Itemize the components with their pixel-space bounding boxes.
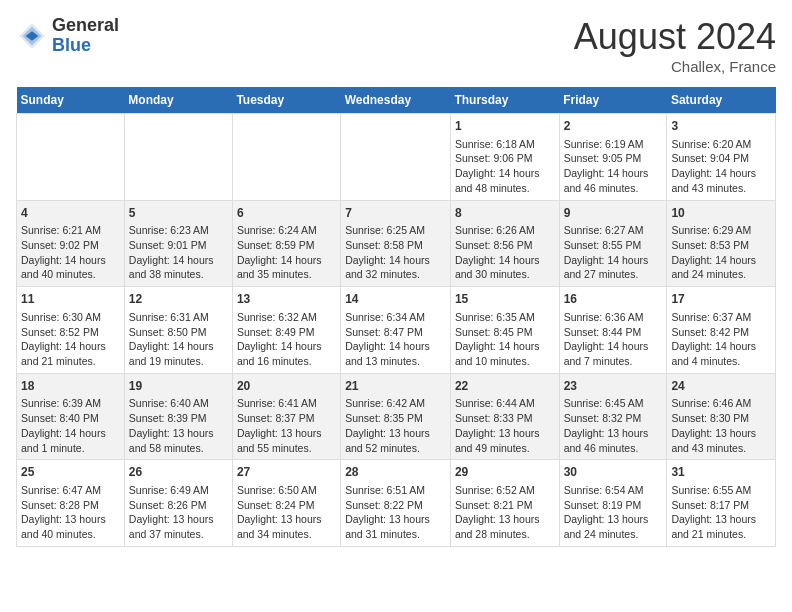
day-content: Sunset: 9:02 PM bbox=[21, 238, 120, 253]
calendar-table: SundayMondayTuesdayWednesdayThursdayFrid… bbox=[16, 87, 776, 547]
day-content: Daylight: 13 hours and 21 minutes. bbox=[671, 512, 771, 541]
day-content: Sunset: 8:58 PM bbox=[345, 238, 446, 253]
day-content: Daylight: 14 hours and 1 minute. bbox=[21, 426, 120, 455]
day-number: 6 bbox=[237, 205, 336, 222]
day-number: 30 bbox=[564, 464, 663, 481]
day-number: 17 bbox=[671, 291, 771, 308]
day-content: Daylight: 13 hours and 34 minutes. bbox=[237, 512, 336, 541]
day-content: Sunset: 8:30 PM bbox=[671, 411, 771, 426]
day-content: Sunrise: 6:25 AM bbox=[345, 223, 446, 238]
calendar-cell bbox=[17, 114, 125, 201]
day-content: Sunset: 8:52 PM bbox=[21, 325, 120, 340]
calendar-row: 4Sunrise: 6:21 AMSunset: 9:02 PMDaylight… bbox=[17, 200, 776, 287]
calendar-cell: 23Sunrise: 6:45 AMSunset: 8:32 PMDayligh… bbox=[559, 373, 667, 460]
day-content: Sunset: 8:40 PM bbox=[21, 411, 120, 426]
day-content: Sunrise: 6:46 AM bbox=[671, 396, 771, 411]
header-cell: Saturday bbox=[667, 87, 776, 114]
day-content: Sunrise: 6:32 AM bbox=[237, 310, 336, 325]
calendar-cell: 29Sunrise: 6:52 AMSunset: 8:21 PMDayligh… bbox=[450, 460, 559, 547]
day-content: Sunset: 8:50 PM bbox=[129, 325, 228, 340]
day-content: Daylight: 14 hours and 4 minutes. bbox=[671, 339, 771, 368]
day-content: Daylight: 13 hours and 24 minutes. bbox=[564, 512, 663, 541]
calendar-cell: 17Sunrise: 6:37 AMSunset: 8:42 PMDayligh… bbox=[667, 287, 776, 374]
calendar-cell: 12Sunrise: 6:31 AMSunset: 8:50 PMDayligh… bbox=[124, 287, 232, 374]
day-content: Daylight: 14 hours and 24 minutes. bbox=[671, 253, 771, 282]
day-content: Daylight: 13 hours and 31 minutes. bbox=[345, 512, 446, 541]
day-content: Sunset: 8:22 PM bbox=[345, 498, 446, 513]
day-content: Sunset: 9:05 PM bbox=[564, 151, 663, 166]
calendar-cell: 18Sunrise: 6:39 AMSunset: 8:40 PMDayligh… bbox=[17, 373, 125, 460]
day-number: 7 bbox=[345, 205, 446, 222]
day-content: Sunset: 8:17 PM bbox=[671, 498, 771, 513]
day-content: Sunrise: 6:37 AM bbox=[671, 310, 771, 325]
day-content: Sunrise: 6:21 AM bbox=[21, 223, 120, 238]
day-content: Daylight: 13 hours and 46 minutes. bbox=[564, 426, 663, 455]
calendar-cell: 28Sunrise: 6:51 AMSunset: 8:22 PMDayligh… bbox=[341, 460, 451, 547]
day-content: Daylight: 14 hours and 19 minutes. bbox=[129, 339, 228, 368]
day-number: 31 bbox=[671, 464, 771, 481]
day-content: Daylight: 13 hours and 37 minutes. bbox=[129, 512, 228, 541]
day-content: Daylight: 14 hours and 13 minutes. bbox=[345, 339, 446, 368]
calendar-cell: 5Sunrise: 6:23 AMSunset: 9:01 PMDaylight… bbox=[124, 200, 232, 287]
day-content: Sunrise: 6:49 AM bbox=[129, 483, 228, 498]
calendar-cell: 8Sunrise: 6:26 AMSunset: 8:56 PMDaylight… bbox=[450, 200, 559, 287]
day-content: Sunset: 9:06 PM bbox=[455, 151, 555, 166]
calendar-cell: 15Sunrise: 6:35 AMSunset: 8:45 PMDayligh… bbox=[450, 287, 559, 374]
day-content: Sunrise: 6:27 AM bbox=[564, 223, 663, 238]
day-content: Daylight: 13 hours and 58 minutes. bbox=[129, 426, 228, 455]
day-content: Sunset: 8:56 PM bbox=[455, 238, 555, 253]
day-number: 24 bbox=[671, 378, 771, 395]
day-number: 18 bbox=[21, 378, 120, 395]
day-content: Sunrise: 6:44 AM bbox=[455, 396, 555, 411]
day-content: Sunset: 8:21 PM bbox=[455, 498, 555, 513]
day-number: 19 bbox=[129, 378, 228, 395]
day-content: Sunset: 8:47 PM bbox=[345, 325, 446, 340]
day-number: 29 bbox=[455, 464, 555, 481]
header-cell: Sunday bbox=[17, 87, 125, 114]
day-content: Sunrise: 6:29 AM bbox=[671, 223, 771, 238]
day-content: Daylight: 14 hours and 7 minutes. bbox=[564, 339, 663, 368]
day-content: Daylight: 13 hours and 40 minutes. bbox=[21, 512, 120, 541]
title-block: August 2024 Challex, France bbox=[574, 16, 776, 75]
calendar-cell: 30Sunrise: 6:54 AMSunset: 8:19 PMDayligh… bbox=[559, 460, 667, 547]
day-content: Daylight: 14 hours and 48 minutes. bbox=[455, 166, 555, 195]
day-content: Daylight: 13 hours and 28 minutes. bbox=[455, 512, 555, 541]
calendar-cell: 6Sunrise: 6:24 AMSunset: 8:59 PMDaylight… bbox=[232, 200, 340, 287]
day-content: Daylight: 13 hours and 52 minutes. bbox=[345, 426, 446, 455]
day-number: 5 bbox=[129, 205, 228, 222]
day-content: Sunrise: 6:52 AM bbox=[455, 483, 555, 498]
calendar-cell: 1Sunrise: 6:18 AMSunset: 9:06 PMDaylight… bbox=[450, 114, 559, 201]
calendar-header: SundayMondayTuesdayWednesdayThursdayFrid… bbox=[17, 87, 776, 114]
calendar-cell: 26Sunrise: 6:49 AMSunset: 8:26 PMDayligh… bbox=[124, 460, 232, 547]
calendar-cell bbox=[232, 114, 340, 201]
day-content: Sunset: 8:37 PM bbox=[237, 411, 336, 426]
header-row: SundayMondayTuesdayWednesdayThursdayFrid… bbox=[17, 87, 776, 114]
day-content: Sunset: 8:33 PM bbox=[455, 411, 555, 426]
day-content: Sunrise: 6:18 AM bbox=[455, 137, 555, 152]
calendar-cell: 16Sunrise: 6:36 AMSunset: 8:44 PMDayligh… bbox=[559, 287, 667, 374]
calendar-cell bbox=[124, 114, 232, 201]
day-number: 22 bbox=[455, 378, 555, 395]
calendar-cell: 3Sunrise: 6:20 AMSunset: 9:04 PMDaylight… bbox=[667, 114, 776, 201]
day-number: 25 bbox=[21, 464, 120, 481]
header-cell: Tuesday bbox=[232, 87, 340, 114]
day-content: Sunset: 8:19 PM bbox=[564, 498, 663, 513]
logo-icon bbox=[16, 20, 48, 52]
day-content: Sunrise: 6:45 AM bbox=[564, 396, 663, 411]
day-content: Sunset: 8:55 PM bbox=[564, 238, 663, 253]
calendar-cell bbox=[341, 114, 451, 201]
day-number: 4 bbox=[21, 205, 120, 222]
header-cell: Thursday bbox=[450, 87, 559, 114]
location: Challex, France bbox=[574, 58, 776, 75]
day-content: Daylight: 13 hours and 49 minutes. bbox=[455, 426, 555, 455]
day-content: Sunrise: 6:26 AM bbox=[455, 223, 555, 238]
day-content: Sunset: 8:42 PM bbox=[671, 325, 771, 340]
day-content: Sunrise: 6:39 AM bbox=[21, 396, 120, 411]
day-content: Sunset: 8:28 PM bbox=[21, 498, 120, 513]
calendar-cell: 27Sunrise: 6:50 AMSunset: 8:24 PMDayligh… bbox=[232, 460, 340, 547]
day-number: 28 bbox=[345, 464, 446, 481]
day-content: Sunset: 8:59 PM bbox=[237, 238, 336, 253]
calendar-cell: 31Sunrise: 6:55 AMSunset: 8:17 PMDayligh… bbox=[667, 460, 776, 547]
day-content: Sunset: 9:04 PM bbox=[671, 151, 771, 166]
day-content: Daylight: 13 hours and 43 minutes. bbox=[671, 426, 771, 455]
